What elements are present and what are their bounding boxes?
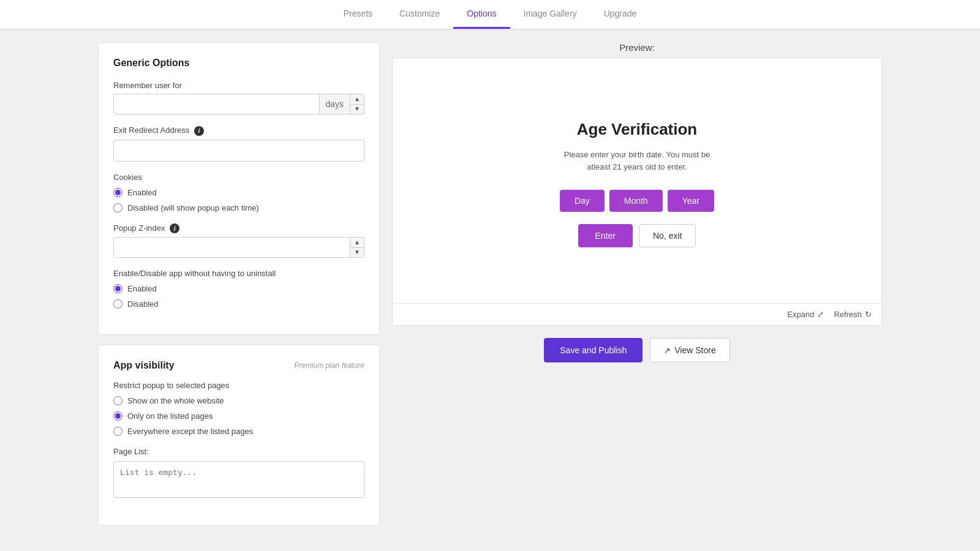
remember-user-suffix: days	[319, 94, 350, 114]
app-disabled-option[interactable]: Disabled	[113, 299, 364, 309]
expand-label: Expand	[787, 310, 814, 319]
preview-body: Age Verification Please enter your birth…	[393, 58, 881, 303]
main-content: Generic Options Remember user for 10 day…	[61, 30, 919, 538]
popup-zindex-spin-down[interactable]: ▼	[350, 248, 364, 258]
restrict-popup-group: Restrict popup to selected pages Show on…	[113, 381, 364, 436]
action-buttons: Enter No, exit	[578, 224, 696, 247]
app-disabled-label: Disabled	[127, 299, 159, 309]
popup-zindex-input[interactable]: 999999999	[114, 238, 350, 257]
cookies-enabled-radio[interactable]	[113, 188, 123, 197]
remember-user-spin-up[interactable]: ▲	[350, 94, 364, 105]
right-panel: Preview: Age Verification Please enter y…	[392, 42, 882, 526]
generic-options-card: Generic Options Remember user for 10 day…	[98, 42, 380, 335]
cookies-disabled-label: Disabled (will show popup each time)	[127, 203, 259, 212]
app-visibility-card: App visibility Premium plan feature Rest…	[98, 345, 380, 526]
show-whole-radio[interactable]	[113, 396, 123, 405]
refresh-icon: ↻	[865, 310, 872, 319]
only-listed-label: Only on the listed pages	[127, 411, 213, 421]
month-button[interactable]: Month	[609, 190, 663, 212]
everywhere-except-label: Everywhere except the listed pages	[127, 427, 253, 436]
age-verify-desc: Please enter your birth date. You must b…	[551, 149, 723, 173]
app-enabled-label: Enabled	[127, 284, 157, 293]
preview-card: Age Verification Please enter your birth…	[392, 58, 882, 326]
exit-redirect-label: Exit Redirect Address i	[113, 126, 364, 136]
popup-zindex-label: Popup Z-index i	[113, 223, 364, 234]
page-list-group: Page List:	[113, 447, 364, 500]
popup-zindex-info-icon: i	[170, 223, 179, 233]
date-buttons: Day Month Year	[560, 190, 714, 212]
app-visibility-title: App visibility	[113, 360, 175, 371]
exit-redirect-group: Exit Redirect Address i http://www.googl…	[113, 126, 364, 162]
refresh-label: Refresh	[834, 310, 862, 319]
generic-options-title: Generic Options	[113, 58, 364, 69]
external-link-icon: ↗	[664, 346, 671, 355]
day-button[interactable]: Day	[560, 190, 605, 212]
remember-user-input-wrap: 10 days ▲ ▼	[113, 94, 364, 114]
popup-zindex-group: Popup Z-index i 999999999 ▲ ▼	[113, 223, 364, 258]
page-list-input[interactable]	[113, 461, 364, 498]
year-button[interactable]: Year	[668, 190, 714, 212]
preview-label: Preview:	[392, 42, 882, 53]
only-listed-option[interactable]: Only on the listed pages	[113, 411, 364, 421]
restrict-label: Restrict popup to selected pages	[113, 381, 364, 390]
cookies-group: Cookies Enabled Disabled (will show popu…	[113, 173, 364, 212]
show-whole-option[interactable]: Show on the whole website	[113, 396, 364, 405]
tab-upgrade[interactable]: Upgrade	[590, 0, 650, 29]
popup-zindex-spin-up[interactable]: ▲	[350, 238, 364, 248]
remember-user-group: Remember user for 10 days ▲ ▼	[113, 81, 364, 114]
remember-user-input[interactable]: 10	[114, 94, 319, 114]
save-publish-button[interactable]: Save and Publish	[544, 338, 643, 362]
popup-zindex-input-wrap: 999999999 ▲ ▼	[113, 237, 364, 258]
left-panel: Generic Options Remember user for 10 day…	[98, 42, 380, 526]
enable-disable-label: Enable/Disable app without having to uni…	[113, 269, 364, 278]
app-enabled-radio[interactable]	[113, 284, 123, 293]
enable-disable-group: Enable/Disable app without having to uni…	[113, 269, 364, 309]
cookies-radio-group: Enabled Disabled (will show popup each t…	[113, 188, 364, 212]
everywhere-except-radio[interactable]	[113, 427, 123, 436]
visibility-radio-group: Show on the whole website Only on the li…	[113, 396, 364, 436]
tab-image-gallery[interactable]: Image Gallery	[510, 0, 590, 29]
remember-user-spinners: ▲ ▼	[350, 94, 364, 114]
preview-footer: Expand ⤢ Refresh ↻	[393, 303, 881, 325]
expand-icon: ⤢	[817, 310, 824, 319]
popup-zindex-spinners: ▲ ▼	[350, 238, 364, 257]
cookies-enabled-option[interactable]: Enabled	[113, 188, 364, 197]
exit-button[interactable]: No, exit	[639, 224, 696, 247]
cookies-disabled-radio[interactable]	[113, 203, 123, 212]
tab-customize[interactable]: Customize	[386, 0, 453, 29]
exit-redirect-input[interactable]: http://www.google.com	[113, 140, 364, 162]
cookies-enabled-label: Enabled	[127, 188, 157, 197]
expand-button[interactable]: Expand ⤢	[787, 310, 824, 319]
tab-presets[interactable]: Presets	[330, 0, 386, 29]
app-disabled-radio[interactable]	[113, 299, 123, 309]
view-store-button[interactable]: ↗ View Store	[650, 338, 729, 362]
show-whole-label: Show on the whole website	[127, 396, 224, 405]
refresh-button[interactable]: Refresh ↻	[834, 310, 872, 319]
enter-button[interactable]: Enter	[578, 224, 633, 247]
top-navigation: Presets Customize Options Image Gallery …	[0, 0, 980, 29]
app-visibility-header: App visibility Premium plan feature	[113, 360, 364, 371]
tab-options[interactable]: Options	[453, 0, 510, 29]
only-listed-radio[interactable]	[113, 411, 123, 421]
remember-user-label: Remember user for	[113, 81, 364, 90]
premium-label: Premium plan feature	[294, 361, 364, 370]
cookies-label: Cookies	[113, 173, 364, 182]
age-verify-title: Age Verification	[577, 120, 698, 139]
exit-redirect-info-icon: i	[194, 126, 204, 136]
cookies-disabled-option[interactable]: Disabled (will show popup each time)	[113, 203, 364, 212]
app-enabled-option[interactable]: Enabled	[113, 284, 364, 293]
page-list-label: Page List:	[113, 447, 364, 456]
view-store-label: View Store	[674, 345, 715, 355]
bottom-actions: Save and Publish ↗ View Store	[392, 338, 882, 362]
everywhere-except-option[interactable]: Everywhere except the listed pages	[113, 427, 364, 436]
remember-user-spin-down[interactable]: ▼	[350, 105, 364, 114]
enable-disable-radio-group: Enabled Disabled	[113, 284, 364, 309]
